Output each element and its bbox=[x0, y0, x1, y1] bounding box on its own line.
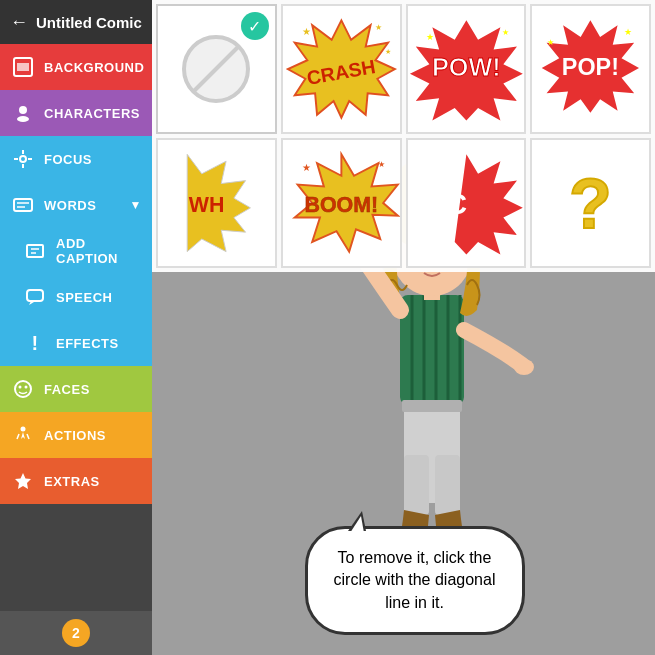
words-panel: ✓ CRASH ★ ★ ★ POW! ★ bbox=[152, 0, 655, 272]
background-icon bbox=[12, 56, 34, 78]
svg-text:★: ★ bbox=[302, 26, 311, 37]
speech-bubble: To remove it, click the circle with the … bbox=[305, 526, 525, 635]
svg-rect-5 bbox=[14, 199, 32, 211]
sidebar-item-extras[interactable]: EXTRAS bbox=[0, 458, 152, 504]
svg-text:★: ★ bbox=[378, 160, 385, 169]
back-button[interactable]: ← bbox=[10, 12, 28, 33]
svg-rect-1 bbox=[17, 63, 29, 71]
svg-rect-67 bbox=[435, 455, 460, 515]
svg-point-64 bbox=[514, 359, 534, 375]
main-canvas: ✓ CRASH ★ ★ ★ POW! ★ bbox=[152, 0, 655, 655]
words-icon bbox=[12, 194, 34, 216]
word-sticker-pop[interactable]: POP! ★ ★ bbox=[530, 4, 651, 134]
sidebar-label-background: BACKGROUND bbox=[44, 60, 144, 75]
svg-text:★: ★ bbox=[625, 27, 633, 37]
word-sticker-pow[interactable]: POW! ★ ★ bbox=[406, 4, 527, 134]
svg-rect-11 bbox=[27, 290, 43, 301]
svg-text:★: ★ bbox=[502, 28, 509, 37]
svg-point-15 bbox=[25, 386, 28, 389]
app-title: Untitled Comic bbox=[36, 14, 142, 31]
faces-icon bbox=[12, 378, 34, 400]
svg-rect-43 bbox=[400, 295, 464, 405]
svg-text:POP!: POP! bbox=[562, 54, 619, 80]
speech-bubble-text: To remove it, click the circle with the … bbox=[334, 549, 496, 611]
sidebar-label-actions: ACTIONS bbox=[44, 428, 106, 443]
sidebar-label-effects: EFFECTS bbox=[56, 336, 119, 351]
sidebar-label-add-caption: ADD CAPTION bbox=[56, 236, 140, 266]
add-caption-icon bbox=[24, 240, 46, 262]
svg-text:★: ★ bbox=[425, 32, 433, 42]
svg-text:★: ★ bbox=[302, 162, 311, 173]
words-chevron: ▼ bbox=[130, 198, 142, 212]
sidebar-bottom: 2 bbox=[0, 611, 152, 655]
svg-point-2 bbox=[19, 106, 27, 114]
svg-text:★: ★ bbox=[375, 23, 382, 32]
effects-icon: ! bbox=[24, 332, 46, 354]
sidebar: ← Untitled Comic BACKGROUND CHARACTERS bbox=[0, 0, 152, 655]
svg-point-4 bbox=[20, 156, 26, 162]
sidebar-item-background[interactable]: BACKGROUND bbox=[0, 44, 152, 90]
svg-rect-68 bbox=[402, 400, 462, 412]
sidebar-label-extras: EXTRAS bbox=[44, 474, 100, 489]
svg-text:WH: WH bbox=[189, 193, 225, 217]
svg-text:★: ★ bbox=[547, 38, 554, 47]
sidebar-label-words: WORDS bbox=[44, 198, 96, 213]
characters-icon bbox=[12, 102, 34, 124]
svg-point-16 bbox=[21, 427, 26, 432]
svg-rect-8 bbox=[27, 245, 43, 257]
extras-icon bbox=[12, 470, 34, 492]
sidebar-item-add-caption[interactable]: ADD CAPTION bbox=[0, 228, 152, 274]
svg-text:BOOM!: BOOM! bbox=[304, 193, 378, 217]
word-sticker-question[interactable]: ? bbox=[530, 138, 651, 268]
selected-checkmark: ✓ bbox=[241, 12, 269, 40]
sidebar-item-words[interactable]: WORDS ▼ bbox=[0, 182, 152, 228]
word-sticker-boom[interactable]: BOOM! ★ ★ bbox=[281, 138, 402, 268]
word-sticker-crash[interactable]: CRASH ★ ★ ★ bbox=[281, 4, 402, 134]
svg-point-14 bbox=[19, 386, 22, 389]
svg-text:?: ? bbox=[569, 165, 612, 243]
sidebar-item-faces[interactable]: FACES bbox=[0, 366, 152, 412]
sidebar-label-focus: FOCUS bbox=[44, 152, 92, 167]
svg-text:C: C bbox=[446, 188, 467, 220]
word-sticker-c-partial[interactable]: C bbox=[406, 138, 527, 268]
focus-icon bbox=[12, 148, 34, 170]
sidebar-item-speech[interactable]: SPEECH bbox=[0, 274, 152, 320]
sidebar-label-faces: FACES bbox=[44, 382, 90, 397]
app-header: ← Untitled Comic bbox=[0, 0, 152, 44]
word-sticker-wh[interactable]: WH bbox=[156, 138, 277, 268]
page-badge[interactable]: 2 bbox=[62, 619, 90, 647]
sidebar-item-actions[interactable]: ACTIONS bbox=[0, 412, 152, 458]
sidebar-item-characters[interactable]: CHARACTERS bbox=[0, 90, 152, 136]
svg-text:★: ★ bbox=[385, 48, 391, 55]
sidebar-item-effects[interactable]: ! EFFECTS bbox=[0, 320, 152, 366]
svg-point-3 bbox=[17, 116, 29, 122]
svg-text:POW!: POW! bbox=[431, 53, 500, 81]
speech-icon bbox=[24, 286, 46, 308]
svg-point-13 bbox=[15, 381, 31, 397]
sidebar-label-characters: CHARACTERS bbox=[44, 106, 140, 121]
word-sticker-none[interactable]: ✓ bbox=[156, 4, 277, 134]
svg-rect-66 bbox=[404, 455, 429, 515]
sidebar-label-speech: SPEECH bbox=[56, 290, 112, 305]
sidebar-item-focus[interactable]: FOCUS bbox=[0, 136, 152, 182]
actions-icon bbox=[12, 424, 34, 446]
